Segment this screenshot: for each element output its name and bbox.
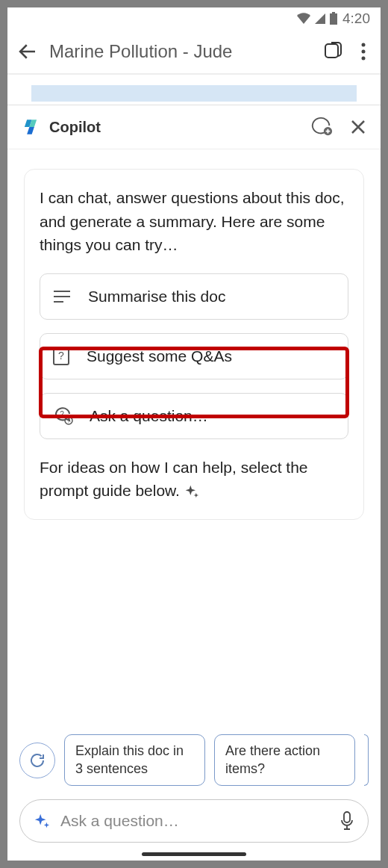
document-selection — [31, 85, 357, 102]
svg-rect-14 — [344, 812, 350, 822]
close-button[interactable] — [342, 118, 367, 136]
sparkle-prompt-icon[interactable] — [34, 813, 50, 829]
document-title: Marine Pollution - Jude — [49, 41, 312, 62]
chip-action-items[interactable]: Are there action items? — [214, 734, 355, 786]
home-indicator — [142, 852, 246, 856]
document-preview — [7, 75, 381, 105]
svg-rect-1 — [332, 12, 335, 13]
svg-rect-0 — [330, 13, 337, 25]
battery-icon — [329, 12, 338, 25]
svg-text:?: ? — [60, 410, 64, 418]
mic-icon[interactable] — [340, 811, 354, 831]
status-time: 4:20 — [342, 10, 370, 27]
option-summarise-label: Summarise this doc — [88, 288, 225, 306]
status-bar: 4:20 — [7, 7, 381, 30]
suggestion-chips: Explain this doc in 3 sentences Are ther… — [19, 734, 369, 786]
copilot-panel-header: Copilot — [7, 105, 381, 149]
copilot-logo-icon — [21, 117, 40, 137]
option-suggest-qa-label: Suggest some Q&As — [87, 347, 232, 365]
refresh-suggestions-button[interactable] — [19, 743, 55, 778]
more-vertical-icon — [361, 43, 366, 61]
svg-point-2 — [362, 43, 366, 47]
chip-overflow[interactable] — [364, 734, 369, 786]
option-ask-question[interactable]: ?? Ask a question… — [40, 393, 348, 439]
more-menu-button[interactable] — [355, 43, 372, 61]
copilot-header-button[interactable] — [322, 41, 345, 62]
copilot-intro-card: I can chat, answer questions about this … — [24, 169, 364, 520]
wifi-icon — [296, 13, 311, 25]
app-header: Marine Pollution - Jude — [7, 30, 381, 75]
option-summarise[interactable]: Summarise this doc — [40, 273, 348, 320]
chip-explain[interactable]: Explain this doc in 3 sentences — [64, 734, 205, 786]
cell-icon — [314, 13, 326, 25]
back-button[interactable] — [16, 40, 39, 63]
copilot-title: Copilot — [49, 119, 301, 136]
prompt-input-bar — [19, 799, 369, 843]
copilot-ribbon-icon — [322, 41, 345, 62]
new-chat-button[interactable] — [310, 116, 333, 138]
svg-point-3 — [362, 50, 366, 54]
chat-question-icon: ?? — [52, 406, 73, 426]
close-icon — [349, 118, 367, 136]
svg-text:?: ? — [58, 350, 64, 362]
qa-book-icon: ? — [52, 347, 70, 366]
outro-text: For ideas on how I can help, select the … — [40, 456, 348, 503]
option-suggest-qa[interactable]: ? Suggest some Q&As — [40, 333, 348, 379]
svg-point-4 — [362, 57, 366, 61]
option-ask-question-label: Ask a question… — [90, 407, 208, 425]
arrow-left-icon — [16, 40, 39, 63]
sparkle-icon — [184, 484, 199, 499]
svg-text:?: ? — [67, 418, 70, 424]
intro-text: I can chat, answer questions about this … — [40, 186, 348, 257]
prompt-input[interactable] — [60, 812, 329, 830]
refresh-icon — [28, 751, 46, 769]
summarise-icon — [52, 289, 72, 304]
chat-plus-icon — [310, 116, 333, 138]
